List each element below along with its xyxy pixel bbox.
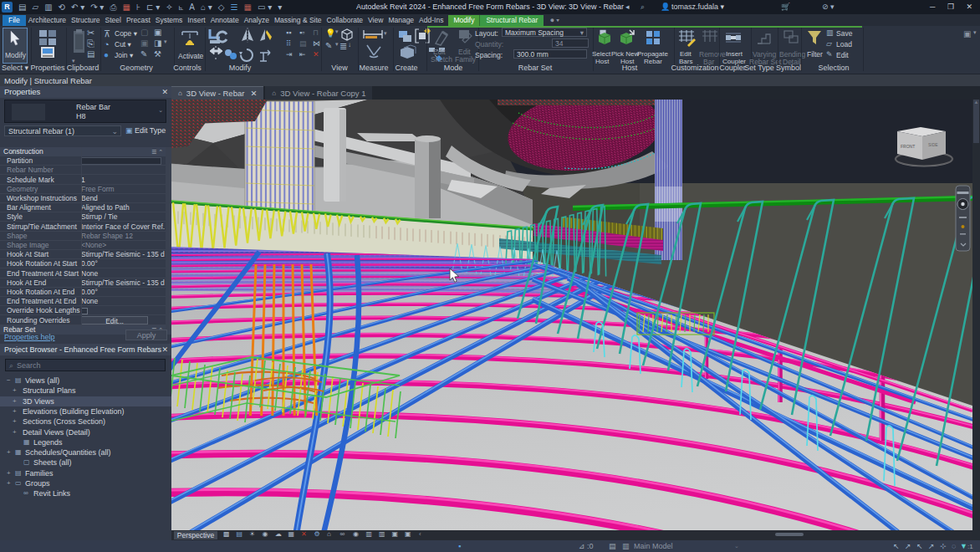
svg-text:SIDE: SIDE: [928, 142, 938, 147]
svg-text:FRONT: FRONT: [901, 144, 915, 149]
